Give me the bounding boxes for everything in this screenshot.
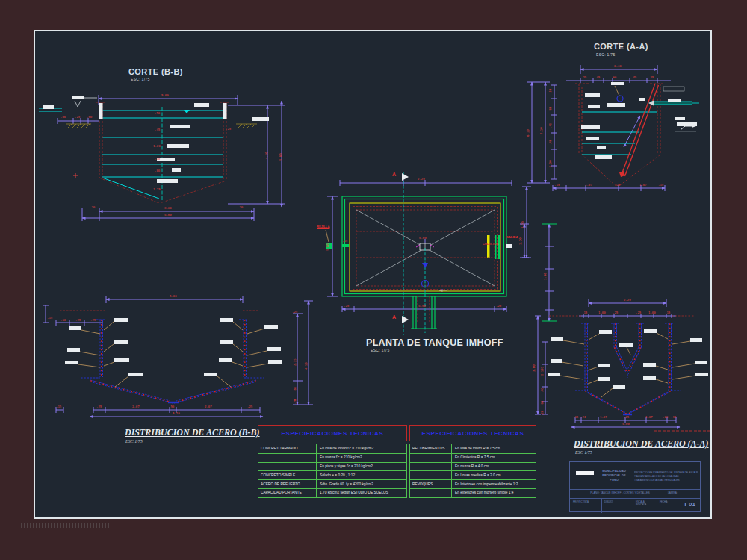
table-cell-value: En muros R = 4.0 cm	[452, 463, 536, 471]
project-line: TRATAMIENTO DE AGUAS RESIDUALES	[634, 479, 698, 482]
table-row: CONCRETO ARMADOEn losa de fondo f'c = 21…	[258, 444, 406, 453]
title-block: MUNICIPALIDAD PROVINCIAL DE PUNO PROYECT…	[569, 461, 701, 512]
dim-text: .50	[548, 89, 552, 94]
table-cell-label	[410, 489, 452, 497]
table-row: ACERO DE REFUERZOSdto. Grado 60. fy = 42…	[258, 479, 406, 488]
dim-text: 1.00	[648, 311, 656, 314]
divider	[570, 489, 700, 490]
dim-text: 5.10	[173, 411, 180, 415]
table-cell-value: En losa de fondo R = 7.5 cm	[452, 444, 536, 453]
table-cell-value: En Interiores con impermeabilizante 1:2	[452, 480, 536, 488]
dim-text: .15	[658, 183, 663, 187]
divider	[633, 498, 633, 513]
dim-text: .85	[293, 387, 297, 392]
divider	[666, 489, 666, 498]
sheet-number: T-01	[684, 501, 695, 508]
field-value: INDICADA	[636, 503, 646, 506]
dim-text: .40	[548, 140, 552, 145]
dim-text: .50	[155, 111, 160, 115]
dim-text: 4.00	[622, 422, 630, 426]
dim-text: 4.60	[164, 213, 172, 217]
dim-text: .25	[75, 115, 80, 119]
dim-text: 4.50	[264, 152, 268, 159]
dim-text: .25	[613, 311, 618, 314]
dim-text: .15	[342, 239, 347, 243]
dim-text: .15	[665, 311, 670, 314]
table-cell-label	[410, 471, 452, 479]
spec-table-right: ESPECIFICACIONES TECNICAS RECUBRIMIENTOS…	[409, 425, 536, 498]
dim-text: .15	[671, 415, 676, 419]
dim-text: .40	[155, 157, 160, 161]
dim-text: 1.07	[645, 415, 653, 419]
dim-text: 5.00	[170, 294, 177, 298]
planta-title: PLANTA DE TANQUE IMHOFF	[366, 337, 503, 348]
dim-text: .25	[615, 183, 620, 187]
dim-text: 0.60	[419, 236, 427, 240]
dim-text: 1.07	[600, 415, 607, 419]
table-row: En muros f'c = 210 kg/cm2	[258, 453, 406, 462]
dim-text: .60	[61, 318, 66, 322]
corte-bb-drawing: 5.00.60.25.60.50.451.20.40.801.75.254.50…	[37, 78, 295, 231]
table-row: RECUBRIMIENTOSEn losa de fondo R = 7.5 c…	[410, 444, 536, 453]
divider	[657, 498, 657, 513]
dist-aa-esc: ESC 1/75	[575, 450, 592, 455]
field-label: PROYECTISTA:	[573, 500, 589, 503]
dim-text: .25	[292, 310, 297, 314]
section-marker-a-bottom: A	[392, 314, 396, 320]
table-row: En exteriores con mortero simple 1:4	[410, 488, 536, 497]
dim-text: 2.07	[132, 405, 140, 408]
dist-aa-title: DISTRIBUCION DE ACERO (A-A)	[574, 438, 709, 449]
table-cell-value: En exteriores con mortero simple 1:4	[452, 489, 536, 497]
dim-text: .25	[344, 304, 349, 308]
dim-text: .45	[595, 75, 600, 79]
table-row: REVOQUESEn Interiores con impermeabiliza…	[410, 479, 536, 488]
dim-text: .20	[540, 411, 544, 416]
table-row: CAPACIDAD PORTANTE1.70 kg/cm2 segun ESTU…	[258, 488, 406, 497]
table-row: En muros R = 4.0 cm	[410, 462, 536, 471]
dim-text: .25	[75, 318, 81, 322]
dim-text: 1.75	[153, 187, 161, 191]
dim-text: .45	[548, 123, 552, 128]
spec-table-left: ESPECIFICACIONES TECNICAS CONCRETO ARMAD…	[258, 425, 407, 498]
dim-text: 4.10	[539, 127, 543, 134]
dist-bb-drawing: 5.00.15.60.25.25.252.354.10.85.20.15.252…	[41, 295, 317, 433]
dim-text: .25	[496, 304, 501, 308]
rejilla-label: REJILLA	[317, 225, 329, 228]
table-cell-label: REVOQUES	[410, 480, 452, 488]
table-cell-label: CONCRETO SIMPLE	[258, 471, 317, 479]
plano-title: PLANO: TANQUE IMHOFF - CORTES Y DETALLES	[576, 491, 664, 494]
dim-text: 1.00	[543, 273, 547, 280]
dim-text: 2.20	[418, 177, 425, 181]
dim-text: .15	[56, 405, 61, 408]
table-cell-value: Sdto. Grado 60. fy = 4200 kg/cm2	[317, 480, 406, 488]
dim-text: 2.20	[521, 221, 524, 228]
table-cell-value: En pisos y vigas f'c = 210 kg/cm2	[317, 463, 406, 471]
page-background: { "titles": { "corte_bb": "CORTE (B-B)",…	[0, 0, 747, 560]
table-header: ESPECIFICACIONES TECNICAS	[409, 425, 536, 441]
dim-text: .20	[90, 205, 95, 209]
dim-text: 2.20	[624, 298, 631, 302]
lamina-label: LAMINA:	[668, 491, 678, 494]
planta-svg	[320, 170, 529, 338]
dim-text: 1.07	[585, 183, 592, 187]
dim-text: .15	[47, 316, 52, 320]
dim-text: .25	[96, 405, 102, 408]
divider	[681, 498, 681, 513]
watermark	[21, 523, 111, 528]
table-cell-value: En Cimientos R = 7.5 cm	[452, 454, 536, 462]
table-body: CONCRETO ARMADOEn losa de fondo f'c = 21…	[258, 444, 407, 498]
logo-box	[576, 471, 594, 475]
planta-esc: ESC: 1/75	[371, 348, 390, 352]
dim-text: .80	[548, 107, 552, 112]
dim-text: .15	[582, 311, 587, 314]
dim-text: 4.50	[418, 304, 426, 308]
table-cell-label	[258, 454, 317, 462]
table-cell-label: CONCRETO ARMADO	[258, 444, 317, 453]
dim-text: .60	[611, 75, 616, 79]
divider	[601, 498, 602, 513]
dim-text: 1.00	[598, 311, 606, 314]
table-row: En Cimientos R = 7.5 cm	[410, 453, 536, 462]
dim-text: .50	[169, 405, 174, 408]
field-label: FECHA:	[660, 500, 668, 503]
dim-text: 2.07	[205, 405, 212, 408]
